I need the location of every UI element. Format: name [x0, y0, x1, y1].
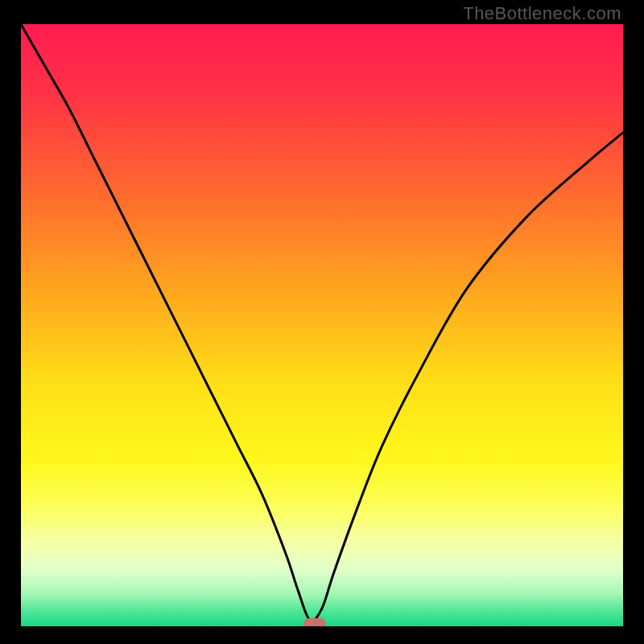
- plot-area: [19, 23, 625, 628]
- chart-container: TheBottleneck.com: [0, 0, 644, 644]
- optimum-marker: [303, 618, 326, 628]
- watermark-text: TheBottleneck.com: [463, 3, 621, 24]
- bottleneck-curve: [21, 24, 623, 626]
